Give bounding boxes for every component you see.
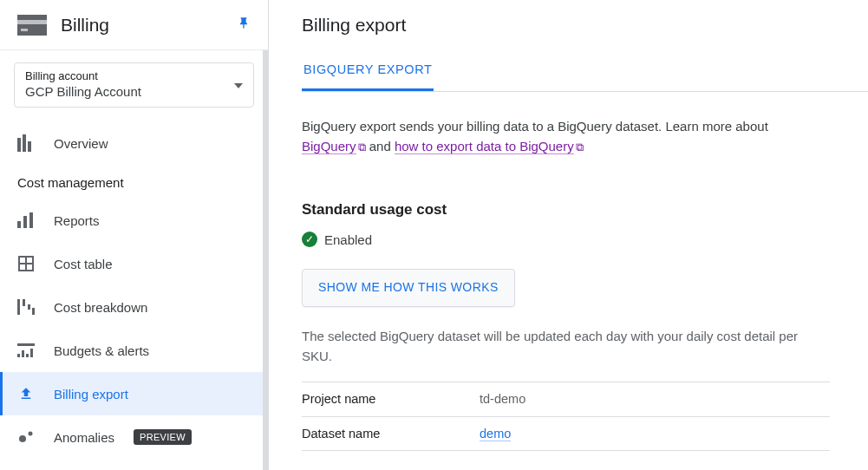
- tabs: BIGQUERY EXPORT: [302, 50, 868, 92]
- svg-rect-14: [28, 304, 30, 310]
- account-value: GCP Billing Account: [25, 84, 234, 99]
- desc-text: and: [369, 139, 395, 153]
- svg-rect-13: [23, 299, 25, 306]
- svg-rect-0: [17, 15, 47, 36]
- svg-rect-16: [17, 354, 20, 357]
- section-standard-usage: Standard usage cost: [302, 199, 830, 221]
- svg-rect-7: [23, 216, 27, 228]
- content: BigQuery export sends your billing data …: [302, 92, 868, 451]
- link-bigquery[interactable]: BigQuery: [302, 139, 356, 154]
- sidebar-item-billing-export[interactable]: Billing export: [0, 372, 268, 415]
- svg-rect-6: [17, 221, 21, 228]
- main: Billing export BIGQUERY EXPORT BigQuery …: [269, 0, 868, 470]
- sidebar-item-cost-table[interactable]: Cost table: [0, 242, 268, 285]
- sidebar-title: Billing: [61, 15, 237, 36]
- sidebar-item-anomalies[interactable]: Anomalies PREVIEW: [0, 415, 268, 459]
- status-text: Enabled: [324, 230, 372, 250]
- svg-rect-5: [28, 141, 31, 152]
- tab-bigquery-export[interactable]: BIGQUERY EXPORT: [302, 50, 434, 91]
- svg-point-21: [19, 435, 26, 442]
- sidebar-header: Billing: [0, 0, 268, 50]
- status-row: ✓ Enabled: [302, 230, 830, 250]
- nav-label: Cost table: [54, 257, 113, 271]
- svg-rect-19: [30, 349, 33, 357]
- svg-rect-12: [17, 299, 20, 315]
- external-link-icon: ⧉: [358, 140, 366, 153]
- preview-badge: PREVIEW: [134, 429, 192, 445]
- external-link-icon: ⧉: [576, 140, 584, 153]
- budget-icon: [17, 342, 35, 359]
- svg-rect-20: [17, 343, 35, 346]
- svg-rect-2: [21, 29, 28, 31]
- nav-label: Billing export: [54, 387, 128, 401]
- billing-icon: [17, 15, 47, 36]
- svg-rect-1: [17, 20, 47, 24]
- dataset-name-key: Dataset name: [302, 416, 480, 450]
- nav-label: Budgets & alerts: [54, 343, 149, 358]
- svg-rect-4: [23, 134, 26, 152]
- config-table: Project name td-demo Dataset name demo: [302, 382, 830, 451]
- dataset-name-link[interactable]: demo: [480, 427, 511, 441]
- svg-rect-15: [32, 308, 35, 315]
- sidebar-item-overview[interactable]: Overview: [0, 121, 268, 165]
- grid-icon: [17, 255, 35, 272]
- project-name-key: Project name: [302, 382, 480, 416]
- dataset-description: The selected BigQuery dataset will be up…: [302, 326, 830, 367]
- table-row: Project name td-demo: [302, 382, 830, 416]
- svg-rect-18: [26, 354, 29, 357]
- sidebar-scrollbar[interactable]: [263, 50, 268, 470]
- nav-label: Reports: [54, 213, 100, 228]
- sidebar-item-reports[interactable]: Reports: [0, 199, 268, 242]
- section-cost-management: Cost management: [0, 165, 268, 199]
- anomaly-icon: [17, 428, 35, 446]
- account-label: Billing account: [25, 69, 234, 82]
- sidebar-item-budgets[interactable]: Budgets & alerts: [0, 329, 268, 372]
- bar-chart-icon: [17, 212, 35, 229]
- upload-icon: [17, 385, 35, 402]
- show-me-how-button[interactable]: SHOW ME HOW THIS WORKS: [302, 269, 515, 307]
- svg-rect-3: [17, 138, 21, 152]
- project-name-val: td-demo: [480, 382, 830, 416]
- page-title: Billing export: [302, 15, 406, 36]
- link-howto-export[interactable]: how to export data to BigQuery: [395, 139, 574, 154]
- dropdown-caret-icon: [234, 76, 243, 92]
- main-header: Billing export: [302, 0, 868, 50]
- waterfall-icon: [17, 298, 35, 316]
- table-row: Dataset name demo: [302, 416, 830, 450]
- billing-account-selector[interactable]: Billing account GCP Billing Account: [14, 62, 254, 108]
- nav-label: Cost breakdown: [54, 300, 147, 315]
- pin-icon[interactable]: [237, 16, 251, 34]
- svg-rect-8: [29, 212, 33, 228]
- nav: Overview Cost management Reports Cost ta…: [0, 116, 268, 459]
- sidebar-item-cost-breakdown[interactable]: Cost breakdown: [0, 285, 268, 329]
- dashboard-icon: [17, 134, 35, 152]
- nav-label: Overview: [54, 136, 108, 151]
- nav-label: Anomalies: [54, 430, 114, 445]
- desc-text: BigQuery export sends your billing data …: [302, 119, 768, 134]
- export-description: BigQuery export sends your billing data …: [302, 116, 830, 157]
- sidebar: Billing Billing account GCP Billing Acco…: [0, 0, 269, 470]
- svg-rect-17: [22, 350, 24, 357]
- svg-point-22: [29, 432, 33, 436]
- check-circle-icon: ✓: [302, 232, 317, 247]
